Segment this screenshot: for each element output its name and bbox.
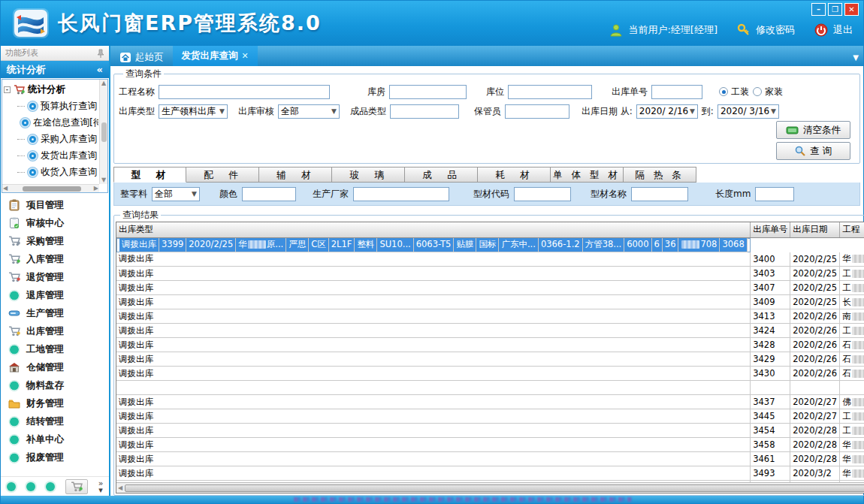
table-row[interactable]: 调拨出库34002020/2/25华原...严思C区4L1F整料SU10...6… bbox=[116, 252, 864, 267]
table-row[interactable]: 调拨出库34452020/2/27工共工程严思F区5R1F整料光身料6063-T… bbox=[116, 409, 864, 424]
tab-close-icon[interactable]: ✕ bbox=[242, 51, 249, 61]
outbound-type-select[interactable]: 生产领料出库▼ bbox=[159, 104, 228, 119]
sidebar-item-仓储管理[interactable]: 仓储管理 bbox=[1, 358, 109, 376]
material-tab-5[interactable]: 成 品 bbox=[405, 167, 478, 183]
sidebar-item-财务管理[interactable]: 财务管理 bbox=[1, 394, 109, 412]
sidebar-item-出库管理[interactable]: 出库管理 bbox=[1, 322, 109, 340]
column-header[interactable]: 出库日期 bbox=[790, 222, 840, 237]
table-row[interactable]: G区3L3F整料KLM38176063-T5贴膜国标山东华...GA90M09.… bbox=[116, 381, 864, 395]
module-dot-icon[interactable] bbox=[46, 482, 55, 491]
project-name-input[interactable] bbox=[159, 85, 330, 99]
profile-code-input[interactable] bbox=[514, 187, 571, 201]
radio-gongzhuang[interactable]: 工装 bbox=[719, 86, 749, 98]
table-cell: 调拨出库 bbox=[119, 238, 159, 252]
scroll-right-icon[interactable]: ▶ bbox=[94, 186, 98, 192]
tree-vertical-scrollbar[interactable]: ▲ ▼ bbox=[99, 80, 107, 184]
pin-icon[interactable] bbox=[97, 49, 104, 58]
search-button[interactable]: 查 询 bbox=[776, 142, 850, 160]
hscroll-thumb[interactable] bbox=[125, 484, 864, 492]
tree-root-node[interactable]: - 统计分析 bbox=[4, 81, 98, 98]
table-cell: 2020/3/2 bbox=[790, 466, 840, 481]
tree-item[interactable]: 采购入库查询 bbox=[4, 131, 98, 147]
color-input[interactable] bbox=[242, 187, 296, 201]
tab-list-dropdown-icon[interactable]: ▼ bbox=[853, 53, 859, 62]
module-dot-icon[interactable] bbox=[26, 482, 35, 491]
sidebar-item-项目管理[interactable]: 项目管理 bbox=[1, 196, 109, 214]
sidebar-item-补单中心[interactable]: 补单中心 bbox=[1, 430, 109, 448]
maximize-button[interactable]: ❐ bbox=[828, 3, 842, 16]
table-row[interactable]: 调拨出库34292020/2/26石城陈琳G区5R2F整料KLM38176063… bbox=[116, 352, 864, 367]
date-to-select[interactable]: 2020/ 3/16▼ bbox=[717, 104, 779, 119]
collapse-icon[interactable]: « bbox=[97, 64, 103, 75]
table-row[interactable]: 调拨出库34372020/2/27佛...陈琳B区3R6F整料PW056063-… bbox=[116, 395, 864, 409]
sidebar-item-审核中心[interactable]: 审核中心 bbox=[1, 214, 109, 232]
table-row[interactable]: 调拨出库33992020/2/25华原...严思C区2L1F整料SU10...6… bbox=[116, 238, 751, 252]
material-tab-7[interactable]: 单 体 型 材 bbox=[551, 167, 624, 183]
table-row[interactable]: 调拨出库34932020/3/2华原...陈琳C区1L1F整料黑色塑料不贴膜国标… bbox=[116, 466, 864, 481]
table-row[interactable]: 调拨出库34132020/2/26南...严思C区5R3F整料G71422606… bbox=[116, 309, 864, 324]
table-row[interactable]: 调拨出库34092020/2/25长...陈琳B区2R5F整料LI35HD606… bbox=[116, 295, 864, 309]
warehouse-input[interactable] bbox=[389, 85, 467, 99]
radio-jiazhuang[interactable]: 家装 bbox=[753, 86, 783, 98]
material-tab-4[interactable]: 玻 璃 bbox=[332, 167, 405, 183]
sidebar-item-工地管理[interactable]: 工地管理 bbox=[1, 340, 109, 358]
scroll-down-icon[interactable]: ▼ bbox=[101, 177, 106, 183]
table-row[interactable]: 调拨出库34542020/2/28工共工程严思G区1R1F整料光身料6063-T… bbox=[116, 424, 864, 438]
tab-shipment-outbound-query[interactable]: 发货出库查询 ✕ bbox=[173, 46, 258, 66]
table-horizontal-scrollbar[interactable]: ◀ Ⅲ ▶ bbox=[116, 482, 864, 493]
table-row[interactable]: 调拨出库34072020/2/25工共工程严思G区1L1F整料光身料6063-T… bbox=[116, 281, 864, 295]
table-row[interactable]: 调拨出库34032020/2/25工共工程严思G区1R1F整料光身料6063-T… bbox=[116, 267, 864, 281]
material-tab-2[interactable]: 配 件 bbox=[186, 167, 259, 183]
profile-name-input[interactable] bbox=[631, 187, 688, 201]
close-button[interactable]: ✕ bbox=[844, 3, 859, 16]
tree-item[interactable]: 发货出库查询 bbox=[4, 147, 98, 164]
sidebar-item-退库管理[interactable]: 退库管理 bbox=[1, 286, 109, 304]
sidebar-item-物料盘存[interactable]: 物料盘存 bbox=[1, 376, 109, 394]
manufacturer-input[interactable] bbox=[353, 187, 449, 201]
column-header[interactable]: 出库单号 bbox=[751, 222, 790, 237]
tree-horizontal-scrollbar[interactable]: ◀ ▶ bbox=[2, 184, 99, 192]
product-type-input[interactable] bbox=[390, 104, 459, 119]
table-row[interactable]: 调拨出库34242020/2/26工共工程严思G区1L1F整料光身料6063-T… bbox=[116, 324, 864, 338]
column-header[interactable]: 出库类型 bbox=[116, 222, 751, 237]
table-row[interactable]: 调拨出库34302020/2/26石城陈琳G区3L3F整料KLM38176063… bbox=[116, 367, 864, 381]
table-row[interactable]: 调拨出库34282020/2/26石城陈琳G区2L4F整料KLM38176063… bbox=[116, 338, 864, 352]
tree-item[interactable]: 预算执行查询 bbox=[4, 98, 98, 114]
cart-module-button[interactable] bbox=[65, 479, 88, 494]
material-tab-3[interactable]: 辅 材 bbox=[259, 167, 332, 183]
scroll-left-icon[interactable]: ◀ bbox=[118, 485, 122, 491]
module-dot-icon[interactable] bbox=[7, 482, 16, 491]
logout-link[interactable]: 退出 bbox=[833, 23, 853, 37]
date-from-select[interactable]: 2020/ 2/16▼ bbox=[636, 104, 698, 119]
material-tab-8[interactable]: 隔 热 条 bbox=[624, 167, 696, 183]
scroll-left-icon[interactable]: ◀ bbox=[3, 186, 8, 192]
change-password-link[interactable]: 修改密码 bbox=[756, 23, 795, 37]
scroll-up-icon[interactable]: ▲ bbox=[101, 80, 106, 86]
sidebar-item-报废管理[interactable]: 报废管理 bbox=[1, 448, 109, 466]
tree-item[interactable]: 退货查询[待定] bbox=[4, 180, 98, 183]
clear-conditions-button[interactable]: 清空条件 bbox=[776, 121, 850, 139]
tree-item[interactable]: 收货入库查询 bbox=[4, 164, 98, 180]
audit-select[interactable]: 全部▼ bbox=[278, 104, 340, 119]
tree-item[interactable]: 在途信息查询[待 bbox=[4, 114, 98, 131]
sidebar-item-采购管理[interactable]: 采购管理 bbox=[1, 232, 109, 250]
column-header[interactable]: 工程 bbox=[840, 222, 864, 237]
length-input[interactable] bbox=[755, 187, 794, 201]
tab-start-page[interactable]: 起始页 bbox=[110, 48, 173, 66]
sidebar-item-入库管理[interactable]: 入库管理 bbox=[1, 250, 109, 268]
tree-expander-icon[interactable]: - bbox=[4, 86, 11, 93]
keeper-input[interactable] bbox=[505, 104, 569, 119]
more-modules-button[interactable]: »▾ bbox=[98, 480, 104, 493]
location-input[interactable] bbox=[508, 85, 592, 99]
minimize-button[interactable]: – bbox=[811, 3, 826, 16]
sidebar-item-生产管理[interactable]: 生产管理 bbox=[1, 304, 109, 322]
material-tab-6[interactable]: 耗 材 bbox=[478, 167, 551, 183]
table-row[interactable]: 调拨出库34612020/2/28华原...陈琳B区1R2F整料F8877FT6… bbox=[116, 452, 864, 466]
sidebar-section-header[interactable]: 统计分析 « bbox=[1, 61, 109, 78]
sidebar-item-结转管理[interactable]: 结转管理 bbox=[1, 412, 109, 430]
table-row[interactable]: 调拨出库34582020/2/28华原...陈琳C区4L1F整料光身料6063-… bbox=[116, 438, 864, 452]
whole-part-select[interactable]: 全部▼ bbox=[152, 187, 200, 201]
material-tab-1[interactable]: 型 材 bbox=[113, 167, 186, 183]
sidebar-item-退货管理[interactable]: 退货管理 bbox=[1, 268, 109, 286]
order-no-input[interactable] bbox=[651, 85, 702, 99]
